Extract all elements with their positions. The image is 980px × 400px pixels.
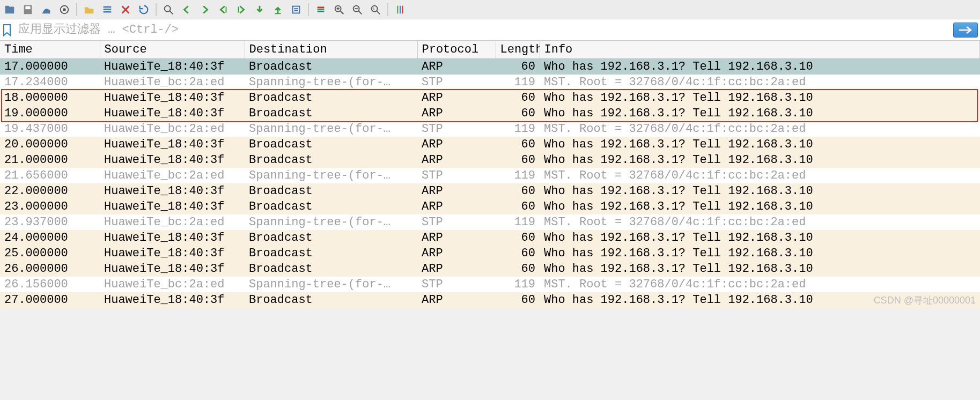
cell-info: Who has 192.168.3.1? Tell 192.168.3.10 <box>540 59 980 75</box>
open-folder-button[interactable] <box>82 2 97 17</box>
arrow-right-icon <box>958 26 973 34</box>
filter-bookmark-icon[interactable] <box>2 24 12 36</box>
cell-time: 24.000000 <box>0 230 100 246</box>
packet-row[interactable]: 26.000000HuaweiTe_18:40:3fBroadcastARP60… <box>0 261 980 277</box>
packet-list-pane: Time Source Destination Protocol Length … <box>0 41 980 308</box>
zoom-reset-button[interactable]: 1 <box>368 2 383 17</box>
cell-len: 119 <box>496 214 540 230</box>
cell-proto: STP <box>417 214 496 230</box>
packet-row[interactable]: 19.437000HuaweiTe_bc:2a:edSpanning-tree-… <box>0 121 980 137</box>
packet-row[interactable]: 25.000000HuaweiTe_18:40:3fBroadcastARP60… <box>0 246 980 261</box>
cell-info: Who has 192.168.3.1? Tell 192.168.3.10 <box>540 90 980 106</box>
cell-len: 60 <box>496 199 540 214</box>
packet-table-header[interactable]: Time Source Destination Protocol Length … <box>0 41 980 59</box>
col-length-header[interactable]: Length <box>496 41 540 59</box>
toolbar-separator <box>387 3 388 16</box>
cell-dst: Spanning-tree-(for-… <box>245 121 417 137</box>
cell-dst: Broadcast <box>245 261 417 277</box>
cell-src: HuaweiTe_bc:2a:ed <box>100 168 245 183</box>
packet-row[interactable]: 26.156000HuaweiTe_bc:2a:edSpanning-tree-… <box>0 277 980 292</box>
packet-row[interactable]: 21.656000HuaweiTe_bc:2a:edSpanning-tree-… <box>0 168 980 183</box>
packet-row[interactable]: 21.000000HuaweiTe_18:40:3fBroadcastARP60… <box>0 152 980 168</box>
go-back-button[interactable] <box>179 2 194 17</box>
col-source-header[interactable]: Source <box>100 41 245 59</box>
cell-dst: Broadcast <box>245 246 417 261</box>
cell-time: 22.000000 <box>0 183 100 199</box>
watermark: CSDN @寻址00000001 <box>874 294 976 307</box>
svg-line-23 <box>341 11 344 14</box>
cell-time: 18.000000 <box>0 90 100 106</box>
cell-src: HuaweiTe_bc:2a:ed <box>100 277 245 292</box>
cell-src: HuaweiTe_18:40:3f <box>100 183 245 199</box>
col-info-header[interactable]: Info <box>540 41 980 59</box>
packet-row[interactable]: 22.000000HuaweiTe_18:40:3fBroadcastARP60… <box>0 183 980 199</box>
cell-dst: Broadcast <box>245 106 417 121</box>
cell-info: MST. Root = 32768/0/4c:1f:cc:bc:2a:ed <box>540 121 980 137</box>
jump-forward-button[interactable] <box>234 2 249 17</box>
packet-row[interactable]: 23.000000HuaweiTe_18:40:3fBroadcastARP60… <box>0 199 980 214</box>
go-forward-button[interactable] <box>197 2 212 17</box>
cell-len: 119 <box>496 121 540 137</box>
col-protocol-header[interactable]: Protocol <box>417 41 496 59</box>
packet-table[interactable]: Time Source Destination Protocol Length … <box>0 41 980 308</box>
zoom-out-button[interactable] <box>350 2 365 17</box>
cell-info: MST. Root = 32768/0/4c:1f:cc:bc:2a:ed <box>540 214 980 230</box>
close-button[interactable] <box>118 2 133 17</box>
col-time-header[interactable]: Time <box>0 41 100 59</box>
svg-text:1: 1 <box>373 6 375 11</box>
packet-row[interactable]: 23.937000HuaweiTe_bc:2a:edSpanning-tree-… <box>0 214 980 230</box>
resize-cols-button[interactable] <box>393 2 408 17</box>
open-file-button[interactable] <box>2 2 17 17</box>
toolbar-separator <box>76 3 77 16</box>
colorize-button[interactable] <box>313 2 328 17</box>
jump-back-button[interactable] <box>216 2 231 17</box>
apply-filter-button[interactable] <box>953 23 978 38</box>
cell-dst: Broadcast <box>245 59 417 75</box>
options-button[interactable] <box>57 2 72 17</box>
autoscroll-button[interactable] <box>289 2 304 17</box>
cell-dst: Broadcast <box>245 90 417 106</box>
go-first-button[interactable] <box>252 2 267 17</box>
cell-len: 60 <box>496 59 540 75</box>
cell-len: 119 <box>496 168 540 183</box>
packet-row[interactable]: 20.000000HuaweiTe_18:40:3fBroadcastARP60… <box>0 137 980 152</box>
find-button[interactable] <box>161 2 176 17</box>
cell-dst: Spanning-tree-(for-… <box>245 214 417 230</box>
save-button[interactable] <box>20 2 35 17</box>
cell-dst: Broadcast <box>245 152 417 168</box>
cell-info: MST. Root = 32768/0/4c:1f:cc:bc:2a:ed <box>540 75 980 90</box>
toolbar-separator <box>156 3 157 16</box>
shark-fin-icon[interactable] <box>39 2 54 17</box>
packet-row[interactable]: 18.000000HuaweiTe_18:40:3fBroadcastARP60… <box>0 90 980 106</box>
cell-time: 23.937000 <box>0 214 100 230</box>
cell-src: HuaweiTe_18:40:3f <box>100 292 245 308</box>
zoom-in-button[interactable] <box>331 2 347 17</box>
cell-dst: Spanning-tree-(for-… <box>245 277 417 292</box>
packet-row[interactable]: 17.000000HuaweiTe_18:40:3fBroadcastARP60… <box>0 59 980 75</box>
packet-row[interactable]: 19.000000HuaweiTe_18:40:3fBroadcastARP60… <box>0 106 980 121</box>
cell-src: HuaweiTe_18:40:3f <box>100 199 245 214</box>
cell-len: 60 <box>496 292 540 308</box>
go-last-button[interactable] <box>270 2 285 17</box>
packet-row[interactable]: 24.000000HuaweiTe_18:40:3fBroadcastARP60… <box>0 230 980 246</box>
svg-rect-0 <box>5 6 14 13</box>
list-button[interactable] <box>100 2 115 17</box>
svg-rect-20 <box>318 9 325 10</box>
cell-info: Who has 192.168.3.1? Tell 192.168.3.10 <box>540 137 980 152</box>
display-filter-input[interactable] <box>15 22 950 38</box>
cell-len: 60 <box>496 152 540 168</box>
packet-row[interactable]: 27.000000HuaweiTe_18:40:3fBroadcastARP60… <box>0 292 980 308</box>
svg-rect-7 <box>104 9 112 10</box>
col-destination-header[interactable]: Destination <box>245 41 417 59</box>
reload-button[interactable] <box>136 2 151 17</box>
cell-dst: Broadcast <box>245 199 417 214</box>
cell-len: 60 <box>496 261 540 277</box>
cell-proto: ARP <box>417 106 496 121</box>
cell-dst: Broadcast <box>245 292 417 308</box>
cell-src: HuaweiTe_bc:2a:ed <box>100 214 245 230</box>
cell-src: HuaweiTe_18:40:3f <box>100 246 245 261</box>
svg-point-11 <box>165 5 171 11</box>
packet-row[interactable]: 17.234000HuaweiTe_bc:2a:edSpanning-tree-… <box>0 75 980 90</box>
svg-line-12 <box>170 11 173 14</box>
cell-proto: ARP <box>417 230 496 246</box>
